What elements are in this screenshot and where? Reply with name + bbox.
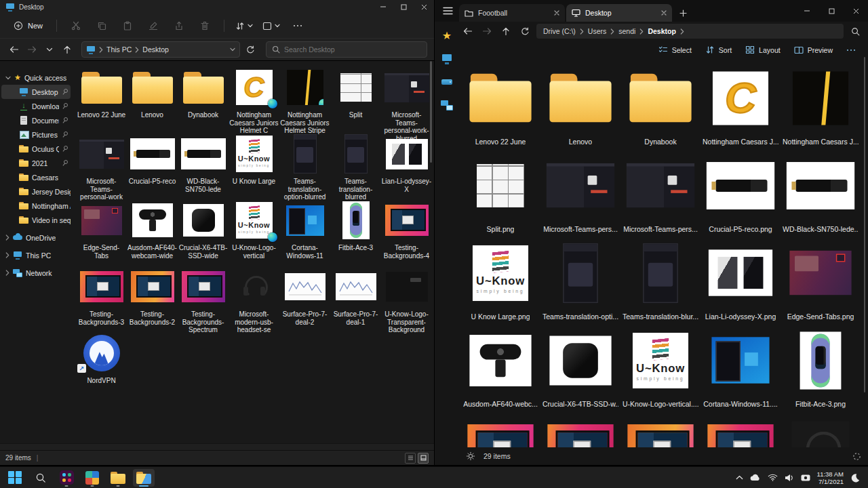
sidebar-item-downloads[interactable]: ↓Downloads bbox=[1, 99, 71, 113]
minimize-button[interactable] bbox=[795, 0, 819, 22]
file-item[interactable]: Teams-translation-blurred bbox=[330, 133, 381, 199]
file-item[interactable]: Cortana-Windows-11 bbox=[279, 199, 330, 266]
file-item[interactable] bbox=[781, 414, 861, 447]
sidebar-item-jersey-designs[interactable]: Jersey Designs bbox=[1, 184, 71, 199]
sidebar-item-oculus-quest[interactable]: Oculus Quest bbox=[1, 142, 71, 156]
rail-drives-icon[interactable] bbox=[439, 75, 454, 89]
up-button[interactable] bbox=[498, 24, 513, 39]
file-item[interactable]: U-Know-Logo-Transparent-Background bbox=[381, 266, 432, 332]
file-item[interactable]: Lenovo 22 June bbox=[460, 64, 540, 152]
file-item[interactable]: Fitbit-Ace-3.png bbox=[781, 327, 861, 414]
sort-button[interactable]: Sort bbox=[700, 43, 737, 57]
file-item[interactable]: Lian-Li-odyssey-X.png bbox=[701, 239, 781, 327]
new-tab-button[interactable] bbox=[673, 4, 692, 22]
file-item[interactable]: Ausdom-AF640-webcam-wide bbox=[127, 199, 178, 266]
file-item[interactable]: Testing-Backgrounds-4 bbox=[381, 199, 432, 266]
rename-button[interactable] bbox=[141, 17, 165, 35]
sidebar-item-video-in-sequence[interactable]: Video in sequence bbox=[1, 213, 71, 227]
breadcrumb-item[interactable]: Drive (C:\) bbox=[543, 27, 576, 35]
more-options-button[interactable] bbox=[841, 46, 861, 54]
tab-close-icon[interactable] bbox=[554, 10, 559, 16]
forward-button[interactable] bbox=[479, 24, 494, 39]
taskbar-clock[interactable]: 11:38 AM 7/1/2021 bbox=[817, 470, 844, 485]
breadcrumb-item[interactable]: This PC bbox=[106, 45, 132, 54]
cut-button[interactable] bbox=[64, 17, 88, 35]
vertical-scrollbar[interactable] bbox=[429, 61, 433, 443]
file-item[interactable]: CNottingham Caesars Juniors Helmet C bbox=[229, 66, 279, 133]
file-item[interactable]: Dynabook bbox=[620, 64, 701, 152]
hamburger-menu-icon[interactable] bbox=[436, 0, 459, 22]
search-icon[interactable] bbox=[848, 24, 863, 39]
file-item[interactable]: Crucial-X6-4TB-SSD-wide bbox=[178, 199, 229, 266]
rail-favorites-icon[interactable]: ★ bbox=[439, 28, 454, 43]
file-item[interactable]: Surface-Pro-7-deal-2 bbox=[279, 266, 330, 332]
file-item[interactable]: Surface-Pro-7-deal-1 bbox=[330, 266, 381, 332]
file-item[interactable]: WD-Black-SN750-lede bbox=[178, 133, 229, 199]
file-item[interactable]: Lenovo bbox=[540, 64, 620, 152]
file-item[interactable]: ↗NordVPN bbox=[76, 332, 127, 399]
file-item[interactable] bbox=[460, 414, 540, 447]
sort-dropdown-button[interactable] bbox=[231, 17, 257, 35]
delete-button[interactable] bbox=[193, 17, 217, 35]
file-item[interactable]: Split bbox=[330, 66, 381, 133]
file-item[interactable] bbox=[540, 414, 620, 447]
file-item[interactable]: Crucial-P5-reco bbox=[127, 133, 178, 199]
file-item[interactable]: Microsoft-Teams-pers... bbox=[540, 152, 620, 239]
breadcrumb-item[interactable]: Users bbox=[588, 27, 606, 35]
up-button[interactable] bbox=[60, 42, 75, 57]
file-item[interactable]: Dynabook bbox=[178, 66, 229, 133]
file-item[interactable]: Cortana-Windows-11.... bbox=[701, 327, 781, 414]
file-item[interactable]: Lenovo 22 June bbox=[76, 66, 127, 133]
breadcrumb-item[interactable]: Desktop bbox=[648, 27, 675, 35]
taskbar-slack-button[interactable] bbox=[56, 469, 77, 487]
details-view-button[interactable] bbox=[405, 453, 416, 464]
file-item[interactable]: Edge-Send-Tabs bbox=[76, 199, 127, 266]
file-item[interactable]: U~Knowsimply beingU-Know-Logo-vertical..… bbox=[620, 327, 701, 414]
close-button[interactable] bbox=[844, 0, 868, 22]
wifi-icon[interactable] bbox=[768, 474, 778, 481]
camera-icon[interactable] bbox=[801, 474, 810, 481]
recent-locations-button[interactable] bbox=[42, 42, 57, 57]
taskbar-files-button[interactable] bbox=[133, 469, 155, 487]
maximize-button[interactable] bbox=[393, 0, 414, 14]
share-button[interactable] bbox=[167, 17, 191, 35]
back-button[interactable] bbox=[7, 42, 22, 57]
settings-gear-icon[interactable] bbox=[466, 451, 475, 461]
file-item[interactable]: U~Knowsimply beingU-Know-Logo-vertical bbox=[229, 199, 279, 266]
sidebar-section-quick-access[interactable]: ★Quick access bbox=[1, 70, 71, 85]
file-item[interactable]: Crucial-P5-reco.png bbox=[701, 152, 781, 239]
forward-button[interactable] bbox=[24, 42, 39, 57]
sidebar-item-2021[interactable]: 2021 bbox=[1, 156, 71, 170]
sidebar-item-caesars[interactable]: Caesars bbox=[1, 170, 71, 184]
taskbar-search-button[interactable] bbox=[30, 469, 52, 487]
breadcrumb-item[interactable]: Desktop bbox=[142, 45, 169, 54]
rail-desktop-icon[interactable] bbox=[439, 52, 454, 66]
file-item[interactable]: Microsoft-Teams-personal-work-blurred bbox=[381, 66, 432, 133]
sidebar-item-pictures[interactable]: Pictures bbox=[1, 127, 71, 142]
rail-network-icon[interactable] bbox=[439, 98, 454, 113]
file-item[interactable]: Microsoft-Teams-personal-work bbox=[76, 133, 127, 199]
tab-foootball[interactable]: Foootball bbox=[459, 4, 565, 22]
vertical-scrollbar[interactable] bbox=[864, 57, 867, 436]
address-dropdown-icon[interactable] bbox=[230, 47, 235, 52]
select-button[interactable]: Select bbox=[653, 43, 697, 57]
horizontal-scrollbar[interactable] bbox=[0, 443, 434, 450]
preview-button[interactable]: Preview bbox=[789, 43, 838, 57]
file-item[interactable]: Microsoft-modern-usb-headset-se bbox=[229, 266, 279, 332]
file-item[interactable]: WD-Black-SN750-lede... bbox=[781, 152, 861, 239]
file-item[interactable]: Microsoft-Teams-pers... bbox=[620, 152, 701, 239]
taskbar-explorer-button[interactable] bbox=[107, 469, 129, 487]
chevron-up-icon[interactable] bbox=[736, 475, 743, 480]
file-item[interactable]: Teams-translation-opti... bbox=[540, 239, 620, 327]
maximize-button[interactable] bbox=[819, 0, 844, 22]
sidebar-item-network[interactable]: Network bbox=[1, 266, 71, 280]
file-item[interactable]: Crucial-X6-4TB-SSD-w... bbox=[540, 327, 620, 414]
cloud-icon[interactable] bbox=[750, 474, 761, 481]
file-item[interactable]: Nottingham Caesars J... bbox=[781, 64, 861, 152]
file-item[interactable]: Nottingham Caesars Juniors Helmet Stripe bbox=[279, 66, 330, 133]
view-dropdown-button[interactable] bbox=[258, 17, 284, 35]
file-item[interactable]: Testing-Backgrounds-3 bbox=[76, 266, 127, 332]
new-button[interactable]: New bbox=[7, 18, 50, 34]
file-item[interactable]: Teams-translation-blur... bbox=[620, 239, 701, 327]
breadcrumb-item[interactable]: sendi bbox=[618, 27, 635, 35]
